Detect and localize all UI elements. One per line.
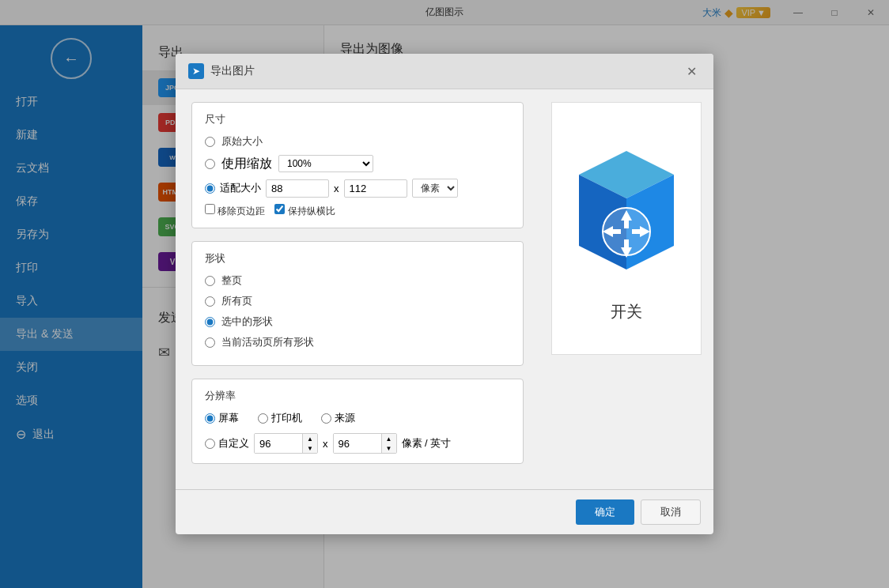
res-printer-label: 打印机 bbox=[258, 411, 302, 425]
dpi-x-down-button[interactable]: ▼ bbox=[303, 443, 317, 453]
res-source-label: 来源 bbox=[321, 411, 355, 425]
modal-title: 导出图片 bbox=[210, 64, 255, 78]
shape-current-row: 当前活动页所有形状 bbox=[205, 335, 510, 349]
preview-text-label: 开关 bbox=[611, 301, 642, 322]
shape-current-label: 当前活动页所有形状 bbox=[221, 335, 314, 349]
modal-body: 尺寸 原始大小 使用缩放 100% 150% 200% bbox=[176, 89, 713, 489]
custom-res-label: 自定义 bbox=[205, 436, 249, 450]
res-screen-label: 屏幕 bbox=[205, 411, 239, 425]
custom-res-row: 自定义 ▲ ▼ x ▲ bbox=[205, 433, 510, 454]
size-section-title: 尺寸 bbox=[205, 112, 510, 126]
modal-footer: 确定 取消 bbox=[176, 489, 713, 534]
size-x-label: x bbox=[334, 183, 339, 194]
dpi-y-down-button[interactable]: ▼ bbox=[382, 443, 396, 453]
size-scale-label: 使用缩放 bbox=[221, 156, 272, 172]
resolution-section-title: 分辨率 bbox=[205, 389, 510, 403]
scale-select[interactable]: 100% 150% 200% bbox=[278, 155, 373, 172]
size-scale-row: 使用缩放 100% 150% 200% bbox=[205, 155, 510, 172]
shape-all-row: 所有页 bbox=[205, 294, 510, 308]
modal-header: ➤ 导出图片 ✕ bbox=[176, 54, 713, 89]
dpi-y-spinbox: ▲ ▼ bbox=[333, 433, 397, 454]
size-original-label: 原始大小 bbox=[221, 134, 263, 149]
width-input[interactable] bbox=[266, 179, 329, 198]
modal-close-button[interactable]: ✕ bbox=[682, 62, 701, 81]
dpi-x-spinbuttons: ▲ ▼ bbox=[302, 434, 317, 453]
size-original-row: 原始大小 bbox=[205, 134, 510, 149]
cancel-button[interactable]: 取消 bbox=[641, 499, 701, 525]
size-original-radio[interactable] bbox=[205, 137, 215, 147]
height-input[interactable] bbox=[344, 179, 407, 198]
res-source-radio[interactable] bbox=[321, 413, 331, 424]
dpi-y-spinbuttons: ▲ ▼ bbox=[381, 434, 396, 453]
keep-ratio-label: 保持纵横比 bbox=[274, 204, 335, 218]
dpi-y-up-button[interactable]: ▲ bbox=[382, 434, 396, 443]
svg-rect-9 bbox=[613, 229, 621, 234]
cube-preview-image bbox=[563, 135, 690, 293]
dpi-y-input[interactable] bbox=[334, 434, 381, 453]
size-scale-radio[interactable] bbox=[205, 159, 215, 169]
modal-form: 尺寸 原始大小 使用缩放 100% 150% 200% bbox=[176, 89, 539, 489]
shape-all-label: 所有页 bbox=[221, 294, 252, 308]
shape-full-row: 整页 bbox=[205, 273, 510, 288]
size-section: 尺寸 原始大小 使用缩放 100% 150% 200% bbox=[191, 102, 524, 228]
modal-overlay: ➤ 导出图片 ✕ 尺寸 原始大小 使用缩放 bbox=[0, 0, 889, 588]
svg-rect-5 bbox=[624, 220, 629, 228]
confirm-button[interactable]: 确定 bbox=[576, 499, 634, 525]
checkbox-row: 移除页边距 保持纵横比 bbox=[205, 204, 510, 218]
resolution-section: 分辨率 屏幕 打印机 来源 bbox=[191, 379, 524, 464]
export-image-dialog: ➤ 导出图片 ✕ 尺寸 原始大小 使用缩放 bbox=[176, 54, 713, 534]
size-fit-row: 适配大小 x 像素 bbox=[205, 179, 510, 198]
shape-selected-row: 选中的形状 bbox=[205, 315, 510, 329]
modal-icon: ➤ bbox=[188, 63, 204, 79]
modal-title-area: ➤ 导出图片 bbox=[188, 63, 255, 79]
shape-current-radio[interactable] bbox=[205, 337, 215, 348]
remove-margin-checkbox[interactable] bbox=[205, 204, 215, 214]
res-printer-radio[interactable] bbox=[258, 413, 268, 424]
unit-select[interactable]: 像素 bbox=[412, 179, 458, 198]
dpi-x-spinbox: ▲ ▼ bbox=[254, 433, 318, 454]
svg-rect-7 bbox=[624, 239, 629, 247]
modal-preview: 开关 bbox=[539, 89, 713, 489]
size-fit-radio[interactable] bbox=[205, 183, 215, 194]
res-unit-label: 像素 / 英寸 bbox=[402, 436, 452, 450]
dpi-x-input[interactable] bbox=[255, 434, 302, 453]
custom-res-radio[interactable] bbox=[205, 439, 215, 449]
shape-section: 形状 整页 所有页 选中的形状 当前活动页所有 bbox=[191, 241, 524, 366]
shape-full-label: 整页 bbox=[221, 273, 242, 288]
resolution-options: 屏幕 打印机 来源 bbox=[205, 411, 510, 425]
preview-box: 开关 bbox=[551, 102, 702, 355]
shape-section-title: 形状 bbox=[205, 251, 510, 266]
shape-all-radio[interactable] bbox=[205, 296, 215, 307]
shape-selected-label: 选中的形状 bbox=[221, 315, 273, 329]
shape-full-radio[interactable] bbox=[205, 276, 215, 286]
remove-margin-label: 移除页边距 bbox=[205, 204, 265, 218]
keep-ratio-checkbox[interactable] bbox=[274, 204, 285, 214]
dpi-x-up-button[interactable]: ▲ bbox=[303, 434, 317, 443]
res-x-label: x bbox=[323, 438, 328, 450]
size-fit-label: 适配大小 bbox=[220, 181, 261, 195]
svg-rect-11 bbox=[632, 229, 640, 234]
res-screen-radio[interactable] bbox=[205, 413, 215, 424]
shape-selected-radio[interactable] bbox=[205, 317, 215, 327]
